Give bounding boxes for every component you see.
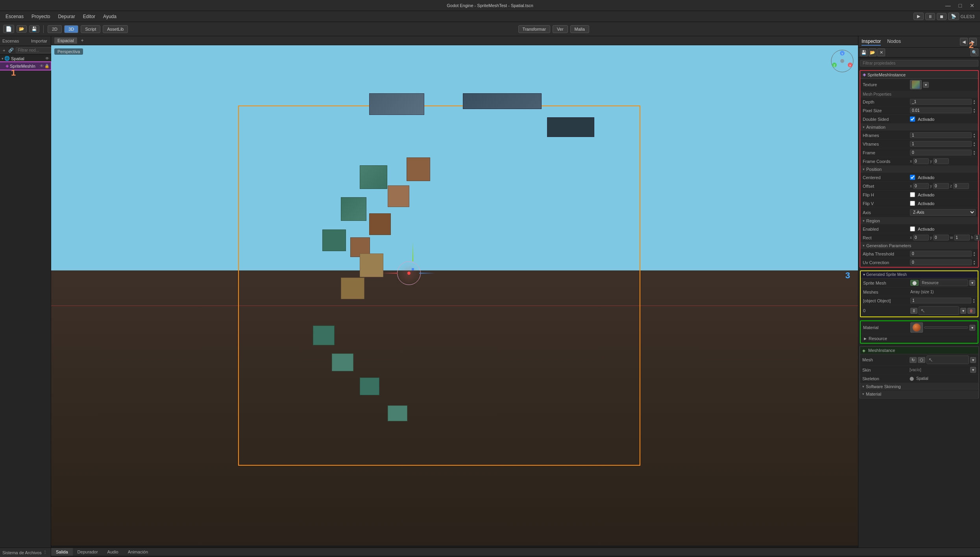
menu-editor[interactable]: Editor — [80, 13, 98, 20]
open-scene-btn[interactable]: 📂 — [17, 25, 27, 33]
double-sided-checkbox[interactable] — [910, 117, 915, 122]
tamano-input[interactable] — [910, 298, 971, 303]
vframes-down[interactable]: ▼ — [973, 144, 976, 147]
offset-z[interactable] — [953, 183, 969, 189]
stop-btn[interactable]: ⏹ — [937, 13, 947, 20]
position-section-header[interactable]: ▾ Position — [860, 166, 978, 173]
mode-2d-btn[interactable]: 2D — [48, 25, 62, 33]
skin-dropdown-btn[interactable]: ▾ — [970, 367, 976, 373]
pixel-size-up[interactable]: ▲ — [973, 108, 976, 111]
inspector-tab[interactable]: Inspector — [862, 38, 881, 46]
minimize-btn[interactable]: — — [943, 2, 953, 9]
alpha-down[interactable]: ▼ — [973, 254, 976, 257]
rect-w[interactable] — [954, 235, 970, 241]
material-preview-btn[interactable] — [910, 322, 923, 333]
scene-node-spritemesh[interactable]: ◈ SpriteMeshIn 👁 🔒 — [0, 62, 51, 70]
transform-btn[interactable]: Transformar — [518, 25, 551, 33]
hframes-down[interactable]: ▼ — [973, 135, 976, 138]
mesh-btn[interactable]: Malla — [570, 25, 589, 33]
filter-properties-input[interactable] — [860, 60, 978, 67]
mode-3d-btn[interactable]: 3D — [64, 25, 78, 33]
output-tab-salida[interactable]: Salida — [51, 548, 73, 556]
import-btn[interactable]: Importar — [30, 38, 48, 44]
material-dropdown-btn[interactable]: ▾ — [969, 325, 975, 331]
insp-clear-btn[interactable]: ✕ — [877, 48, 885, 56]
sprite-mesh-circle-btn[interactable]: ⬤ — [910, 280, 919, 286]
insp-open-btn[interactable]: 📂 — [869, 48, 876, 56]
rect-x[interactable] — [913, 235, 929, 241]
hframes-up[interactable]: ▲ — [973, 133, 976, 135]
play-btn[interactable]: ▶ — [913, 13, 924, 20]
mi-mesh-edit-btn[interactable]: ⬡ — [918, 357, 925, 363]
viewport-tab-spatial[interactable]: Espacial — [54, 37, 77, 44]
pixel-size-input[interactable] — [910, 107, 972, 113]
pause-btn[interactable]: ⏸ — [925, 13, 935, 20]
sprite-mesh-resource[interactable]: Resource — [920, 279, 968, 286]
sprite-mesh-dropdown-btn[interactable]: ▾ — [969, 280, 975, 286]
uv-up[interactable]: ▲ — [973, 260, 976, 263]
remote-btn[interactable]: 📡 — [948, 13, 959, 20]
texture-preview-btn[interactable] — [910, 80, 922, 89]
region-section-header[interactable]: ▾ Region — [860, 217, 978, 225]
tamano-down[interactable]: ▼ — [973, 301, 975, 303]
flip-v-checkbox[interactable] — [910, 201, 915, 206]
script-btn[interactable]: Script — [81, 25, 100, 33]
region-enabled-checkbox[interactable] — [910, 226, 915, 231]
menu-depurar[interactable]: Depurar — [55, 13, 78, 20]
frame-down[interactable]: ▼ — [973, 153, 976, 155]
insp-save-btn[interactable]: 💾 — [860, 48, 868, 56]
texture-menu-btn[interactable]: ▾ — [923, 82, 929, 88]
mi-mesh-resource[interactable]: ↖ — [926, 355, 969, 364]
scene-node-spatial[interactable]: ▾ 🌐 Spatial 👁 — [0, 55, 51, 62]
mi-material-header[interactable]: ▾ Material — [860, 390, 978, 398]
navigation-gizmo[interactable]: Y X Z — [830, 49, 854, 74]
material-resource[interactable] — [924, 326, 968, 329]
nodes-tab[interactable]: Nodos — [887, 38, 901, 46]
window-controls[interactable]: — □ ✕ — [943, 2, 977, 9]
uv-down[interactable]: ▼ — [973, 263, 976, 265]
menu-escenas[interactable]: Escenas — [2, 13, 27, 20]
depth-input[interactable] — [910, 99, 972, 105]
view-btn[interactable]: Ver — [553, 25, 568, 33]
new-scene-btn[interactable]: 📄 — [3, 25, 14, 33]
viewport-add-tab-btn[interactable]: + — [80, 37, 85, 44]
gen-params-section-header[interactable]: ▾ Generation Parameters — [860, 242, 978, 250]
menu-ayuda[interactable]: Ayuda — [100, 13, 120, 20]
offset-y[interactable] — [933, 183, 949, 189]
vframes-input[interactable] — [910, 141, 972, 147]
depth-up[interactable]: ▲ — [973, 99, 976, 102]
depth-down[interactable]: ▼ — [973, 102, 976, 105]
alpha-up[interactable]: ▲ — [973, 251, 976, 254]
output-tab-animacion[interactable]: Animación — [123, 548, 153, 556]
mi-mesh-dropdown-btn[interactable]: ▾ — [970, 357, 976, 363]
insp-back-btn[interactable]: ◀ — [960, 38, 968, 46]
frame-coords-y[interactable] — [933, 158, 949, 164]
centered-checkbox[interactable] — [910, 175, 915, 180]
animation-section-header[interactable]: ▾ Animation — [860, 124, 978, 131]
vframes-up[interactable]: ▲ — [973, 141, 976, 144]
tamano-up[interactable]: ▲ — [973, 298, 975, 301]
item-0-move-btn[interactable]: ⇕ — [910, 308, 917, 314]
filesystem-menu-btn[interactable]: ⋮ — [42, 549, 48, 556]
save-scene-btn[interactable]: 💾 — [29, 25, 39, 33]
rect-y[interactable] — [933, 235, 949, 241]
scene-link-btn[interactable]: 🔗 — [7, 47, 15, 54]
item-0-resource[interactable]: ↖ — [919, 306, 959, 315]
maximize-btn[interactable]: □ — [956, 2, 964, 9]
hframes-input[interactable] — [910, 132, 972, 138]
software-skinning-header[interactable]: ▾ Software Skinning — [860, 383, 978, 390]
item-0-delete-btn[interactable]: 🗑 — [967, 308, 975, 314]
close-btn[interactable]: ✕ — [967, 2, 977, 9]
pixel-size-down[interactable]: ▼ — [973, 111, 976, 113]
frame-input[interactable] — [910, 150, 972, 155]
frame-up[interactable]: ▲ — [973, 150, 976, 153]
uv-correction-input[interactable] — [910, 259, 972, 265]
output-tab-audio[interactable]: Audio — [103, 548, 123, 556]
rect-h[interactable] — [974, 235, 980, 241]
menu-proyecto[interactable]: Proyecto — [28, 13, 53, 20]
offset-x[interactable] — [913, 183, 929, 189]
mi-mesh-refresh-btn[interactable]: ↻ — [910, 357, 917, 363]
assetlib-btn[interactable]: AssetLib — [103, 25, 128, 33]
perspective-label[interactable]: Perspectiva — [54, 48, 83, 55]
output-tab-depurador[interactable]: Depurador — [73, 548, 103, 556]
